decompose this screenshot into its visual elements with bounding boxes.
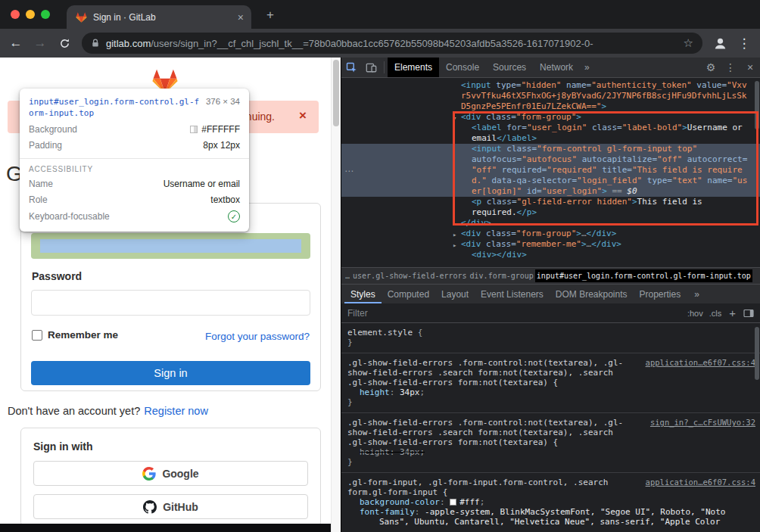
css-rule[interactable]: application…e6f07.css:4.gl-show-field-er…	[341, 353, 760, 413]
address-bar[interactable]: gitlab.com/users/sign_in?__cf_chl_jschl_…	[82, 33, 702, 54]
expand-arrow-icon[interactable]: ▾	[453, 113, 456, 123]
devtools-settings-gear-icon[interactable]: ⚙	[701, 58, 721, 77]
breadcrumb-item[interactable]: …	[344, 269, 351, 282]
alert-close-icon[interactable]: ×	[299, 108, 307, 123]
maximize-window-button[interactable]	[41, 10, 50, 19]
css-rule[interactable]: application…e6f07.css:4.gl-form-input, .…	[341, 473, 760, 532]
devtools-menu-kebab-icon[interactable]: ⋮	[721, 58, 740, 77]
dom-tree-line[interactable]: d." data-qa-selector="login_field" type=…	[341, 176, 760, 186]
github-signin-button[interactable]: GitHub	[33, 494, 308, 519]
register-link[interactable]: Register now	[144, 405, 208, 417]
stylesheet-link[interactable]: application…e6f07.css:4	[646, 358, 755, 368]
dom-tree-line[interactable]: er[login]" id="user_login"> == $0	[341, 186, 760, 197]
stylesheet-link[interactable]: application…e6f07.css:4	[646, 478, 755, 487]
tab-close-icon[interactable]: ×	[236, 12, 245, 23]
remember-me-checkbox[interactable]	[32, 330, 42, 341]
dom-tree-line[interactable]: <input class="form-control gl-form-input…	[341, 144, 760, 154]
toggle-classes-button[interactable]: .cls	[709, 309, 722, 318]
dom-tree-line[interactable]: ▸<div class="form-group">…</div>	[341, 229, 760, 239]
profile-avatar[interactable]	[709, 32, 731, 54]
dt-tab-console[interactable]: Console	[439, 58, 486, 77]
dom-tree-line[interactable]: ▸<div class="remember-me">…</div>	[341, 239, 760, 250]
register-line: Don't have an account yet?Register now	[8, 405, 208, 417]
dom-tree-line[interactable]: email</label>	[341, 133, 760, 144]
alert-text: nuing.	[246, 110, 275, 123]
sign-in-button[interactable]: Sign in	[31, 361, 310, 385]
dom-tree-line[interactable]: <p class="gl-field-error hidden">This fi…	[341, 197, 760, 207]
css-rule[interactable]: element.style {}	[341, 323, 760, 353]
css-rule[interactable]: sign_in?_c…cFsUWUyo:32.gl-show-field-err…	[341, 413, 760, 473]
url-text: gitlab.com/users/sign_in?__cf_chl_jschl_…	[106, 38, 677, 49]
new-style-rule-button[interactable]: +	[729, 306, 736, 319]
password-input[interactable]	[31, 290, 310, 316]
new-tab-button[interactable]: +	[262, 7, 279, 23]
minimize-window-button[interactable]	[26, 10, 35, 19]
browser-tab[interactable]: Sign in · GitLab ×	[67, 5, 251, 29]
dom-tree-line[interactable]: ▾<div class="form-group">	[341, 112, 760, 123]
dom-tree-line[interactable]: D5gnzPe5PEnfr01Eu7LZekCWA==">	[341, 101, 760, 112]
dom-tree-line[interactable]: <div></div>	[341, 250, 760, 260]
stab-styles[interactable]: Styles	[344, 285, 382, 303]
a11y-role-label: Role	[29, 194, 48, 205]
expand-arrow-icon[interactable]: ▸	[453, 240, 456, 250]
stab-event-listeners[interactable]: Event Listeners	[475, 285, 550, 303]
bookmark-star-icon[interactable]: ☆	[684, 36, 693, 50]
toolbar-divider	[384, 61, 385, 73]
styles-scrollbar-thumb[interactable]	[755, 327, 759, 380]
styles-filter-input[interactable]: Filter	[347, 308, 681, 319]
styles-rules-pane: element.style {}application…e6f07.css:4.…	[341, 323, 760, 532]
dt-tab-sources[interactable]: Sources	[486, 58, 533, 77]
padding-label: Padding	[29, 140, 62, 151]
dom-tree: <input type="hidden" name="authenticity_…	[341, 78, 760, 267]
more-panels-icon[interactable]: »	[580, 58, 594, 77]
close-window-button[interactable]	[11, 10, 20, 19]
breadcrumb-item[interactable]: input#user_login.form-control.gl-form-in…	[535, 269, 752, 282]
dom-tree-line[interactable]: "off" required="required" title="This fi…	[341, 165, 760, 176]
dom-scrollbar-thumb[interactable]	[755, 81, 759, 129]
google-logo-icon	[142, 467, 156, 481]
stylesheet-link[interactable]: sign_in?_c…cFsUWUyo:32	[650, 418, 755, 428]
page-scrollbar[interactable]	[331, 58, 341, 532]
stab-dom-breakpoints[interactable]: DOM Breakpoints	[550, 285, 634, 303]
expand-arrow-icon[interactable]: ▸	[453, 229, 456, 240]
device-toolbar-button[interactable]	[361, 58, 381, 77]
dom-tree-line[interactable]: autofocus="autofocus" autocapitalize="of…	[341, 154, 760, 165]
reload-button[interactable]	[53, 32, 76, 54]
background-value: #FFFFFF	[201, 124, 240, 135]
toggle-hover-state-button[interactable]: :hov	[687, 309, 703, 318]
forgot-password-link[interactable]: Forgot your password?	[205, 331, 310, 342]
back-button[interactable]: ←	[5, 32, 27, 54]
dt-tab-network[interactable]: Network	[533, 58, 580, 77]
styles-filter-row: Filter :hov .cls +	[341, 303, 760, 323]
lock-icon	[91, 39, 100, 48]
dom-tree-line[interactable]: </div>	[341, 218, 760, 229]
scrollbar-thumb[interactable]	[333, 60, 339, 126]
breadcrumb-item[interactable]: div.form-group	[469, 269, 535, 282]
password-label: Password	[32, 270, 82, 282]
dom-tree-line[interactable]: r5vvTfku46tX5FhxOG+j8yBYvadG/2JY7NP6fB8s…	[341, 91, 760, 101]
dom-tree-line[interactable]: required.</p>	[341, 207, 760, 218]
browser-menu-kebab-icon[interactable]: ⋮	[733, 32, 755, 54]
username-input-inspect-highlight[interactable]	[31, 233, 310, 259]
remember-me-row: Remember me	[32, 329, 118, 341]
browser-window: Sign in · GitLab × + ← → gitlab.com/user…	[0, 0, 760, 532]
stab-computed[interactable]: Computed	[382, 285, 435, 303]
accessibility-section-title: ACCESSIBILITY	[29, 165, 240, 173]
github-logo-icon	[143, 500, 157, 514]
dt-tab-elements[interactable]: Elements	[388, 58, 439, 77]
dom-gutter-more-icon[interactable]: ⋯	[344, 166, 354, 176]
google-signin-button[interactable]: Google	[33, 461, 308, 486]
toggle-sidebar-button[interactable]	[743, 308, 754, 319]
breadcrumb-item[interactable]: user.gl-show-field-errors	[351, 269, 469, 282]
focusable-check-icon: ✓	[228, 210, 240, 222]
dom-tree-line[interactable]: <input type="hidden" name="authenticity_…	[341, 80, 760, 91]
stab-properties[interactable]: Properties	[634, 285, 687, 303]
inspect-element-button[interactable]	[341, 58, 361, 77]
forward-button[interactable]: →	[29, 32, 51, 54]
inspect-content-overlay	[40, 239, 301, 253]
styles-more-tabs-icon[interactable]: »	[688, 285, 705, 303]
page-heading-fragment: G	[6, 162, 20, 186]
devtools-close-icon[interactable]: ×	[740, 58, 760, 77]
dom-tree-line[interactable]: <label for="user_login" class="label-bol…	[341, 123, 760, 133]
stab-layout[interactable]: Layout	[435, 285, 475, 303]
